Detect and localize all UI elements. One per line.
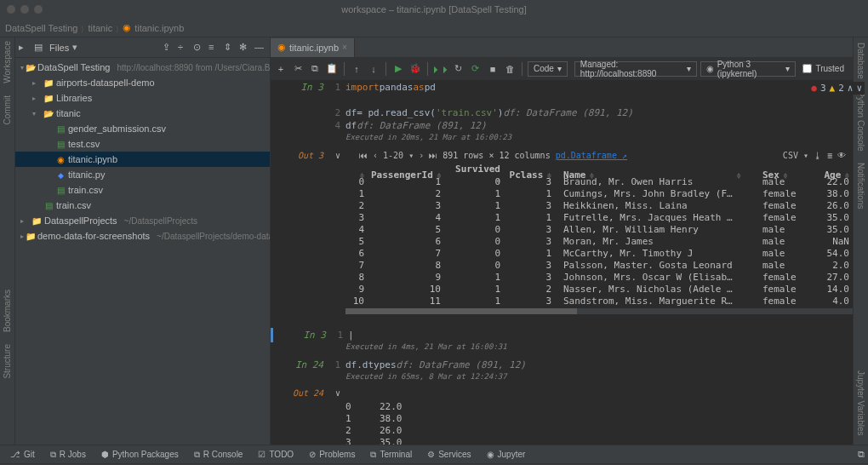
tab-jupyter[interactable]: ◉Jupyter [480,447,533,462]
tab-services[interactable]: ⚙Services [420,447,477,462]
table-row[interactable]: 8913Johnson, Mrs. Oscar W (Elisabeth Vil… [345,271,868,283]
next-icon[interactable]: ∨ [856,83,862,94]
interrupt-button[interactable]: ■ [486,61,500,77]
export-icon[interactable]: ⇪ [163,42,174,54]
zoom-icon[interactable] [34,5,43,14]
close-icon[interactable] [7,5,15,14]
collapse-icon[interactable]: ∨ [335,388,340,398]
run-all-button[interactable]: ⏵⏵ [433,61,448,77]
horizontal-scrollbar[interactable] [345,308,859,314]
notebook-body[interactable]: ● 3 ▲ 2 ∧ ∨ In 3 1 import pandas as pd [271,80,868,445]
server-dropdown[interactable]: Managed: http://localhost:8890▾ [574,61,697,77]
chevron-down-icon[interactable]: ▾ [72,42,84,54]
tab-git[interactable]: ⎇Git [3,447,42,462]
hide-icon[interactable]: — [254,42,266,54]
restart-button[interactable]: ↻ [452,61,465,77]
tab-workspace[interactable]: Workspace [3,41,12,83]
close-icon[interactable]: × [342,43,347,52]
minimize-icon[interactable] [20,5,29,14]
table-row[interactable]: 4503Allen, Mr. William Henrymale35.00 [345,223,868,235]
tab-rjobs[interactable]: ⧉R Jobs [43,447,93,462]
trusted-input[interactable] [802,64,812,73]
output-table[interactable]: PassengerId Survived Pclass Name Sex Age… [271,164,868,307]
project-tree[interactable]: ▾ DataSpell Testing http://localhost:889… [15,58,270,245]
run-cell-button[interactable]: ▶ [391,61,405,77]
tab-python-console[interactable]: Python Console [856,91,865,152]
expand-icon[interactable]: ⇕ [224,42,236,54]
tree-item[interactable]: ▸airports-dataspell-demo [15,75,270,90]
tree-item[interactable]: train.csv [15,182,270,198]
col-gap[interactable] [737,169,762,181]
table-row[interactable]: 3411Futrelle, Mrs. Jacques Heath (Lily M… [345,211,868,223]
table-header[interactable]: PassengerId Survived Pclass Name Sex Age… [345,164,868,175]
target-icon[interactable]: ⊙ [193,42,205,54]
sidebar-title[interactable]: Files [49,43,69,53]
code-cell[interactable]: In 24 1 df.dtypes df: DataFrame (891, 12… [271,358,868,372]
tab-pypackages[interactable]: ⬢Python Packages [94,447,186,462]
breadcrumb-folder[interactable]: titanic [88,23,112,33]
prev-page-icon[interactable]: ‹ [373,151,378,160]
code-cell-active[interactable]: In 3 1 [271,328,868,342]
paste-button[interactable]: 📋 [325,61,339,77]
tree-item[interactable]: titanic.py [15,167,270,182]
move-down-button[interactable]: ↓ [367,61,380,77]
stats-icon[interactable]: ≣ [827,151,832,160]
next-page-icon[interactable]: › [419,151,424,160]
chevron-down-icon[interactable]: ▾ [408,151,414,160]
debug-cell-button[interactable]: 🐞 [408,61,422,77]
download-icon[interactable]: ⭳ [814,151,822,160]
first-page-icon[interactable]: ⏮ [359,151,368,160]
table-row[interactable]: 91012Nasser, Mrs. Nicholas (Adele Achem)… [345,283,868,295]
move-up-button[interactable]: ↑ [350,61,363,77]
table-row[interactable]: 101113Sandstrom, Miss. Marguerite Rutfem… [345,295,868,307]
divide-icon[interactable]: ÷ [178,42,190,54]
table-row[interactable]: 5603Moran, Mr. JamesmaleNaN0 [345,235,868,247]
tree-item[interactable]: titanic.ipynb [15,152,270,167]
last-page-icon[interactable]: ⏭ [429,151,437,160]
restart-run-button[interactable]: ⟳ [469,61,483,77]
df-type-link[interactable]: pd.Dataframe ↗ [556,151,627,160]
tree-root[interactable]: ▾ DataSpell Testing http://localhost:889… [15,60,270,75]
add-cell-button[interactable]: + [274,61,288,77]
tab-commit[interactable]: Commit [3,95,12,124]
tab-problems[interactable]: ⊘Problems [302,447,362,462]
tab-jupyter-vars[interactable]: Jupyter Variables [856,370,865,436]
scrollbar-thumb[interactable] [345,308,577,314]
editor-tab[interactable]: ◉ titanic.ipynb × [271,38,355,57]
table-row[interactable]: 7803Palsson, Master. Gosta Leonardmale2.… [345,259,868,271]
delete-output-button[interactable]: 🗑 [503,61,517,77]
table-row[interactable]: 1211Cumings, Mrs. John Bradley (Florence… [345,187,868,199]
celltype-dropdown[interactable]: Code▾ [528,61,568,77]
tree-item[interactable]: ▸DataspellProjects~/DataspellProjects [15,213,270,228]
tree-item[interactable]: ▸demo-data-for-screenshots~/DataspellPro… [15,228,270,244]
page-range[interactable]: 1-20 [383,151,403,160]
window-controls[interactable] [7,5,43,14]
tab-todo[interactable]: ☑TODO [251,447,300,462]
code-cell[interactable]: In 3 1 import pandas as pd 2 df = pd.rea… [271,80,868,133]
tab-notifications[interactable]: Notifications [856,163,865,209]
breadcrumb-file[interactable]: titanic.ipynb [134,23,184,33]
tab-terminal[interactable]: ⧉Terminal [363,447,419,462]
breadcrumb-project[interactable]: DataSpell Testing [5,23,77,33]
tab-structure[interactable]: Structure [3,344,12,379]
view-icon[interactable]: 👁 [837,151,846,160]
tree-item[interactable]: train.csv [15,198,270,213]
table-row[interactable]: 0103Braund, Mr. Owen Harrismale22.01 [345,175,868,187]
kernel-dropdown[interactable]: ◉Python 3 (ipykernel)▾ [700,61,797,77]
tab-database[interactable]: Database [856,43,865,79]
gear-icon[interactable]: ✻ [239,42,251,54]
validation-indicator[interactable]: ● 3 ▲ 2 ∧ ∨ [808,82,865,95]
tree-item[interactable]: gender_submission.csv [15,121,270,136]
table-row[interactable]: 2313Heikkinen, Miss. Lainafemale26.00 [345,199,868,211]
copy-button[interactable]: ⧉ [308,61,322,77]
collapse-icon[interactable]: ∨ [335,151,340,160]
trusted-checkbox[interactable]: Trusted [799,64,848,73]
table-row[interactable]: 6701McCarthy, Mr. Timothy Jmale54.00 [345,247,868,259]
tree-item[interactable]: ▾titanic [15,106,270,121]
cut-button[interactable]: ✂ [291,61,305,77]
tab-rconsole[interactable]: ⧉R Console [187,447,250,462]
tree-item[interactable]: ▸Libraries [15,90,270,106]
collapse-icon[interactable]: ≡ [208,42,220,54]
prev-icon[interactable]: ∧ [848,83,854,94]
event-log-icon[interactable]: ⧉ [858,449,865,460]
